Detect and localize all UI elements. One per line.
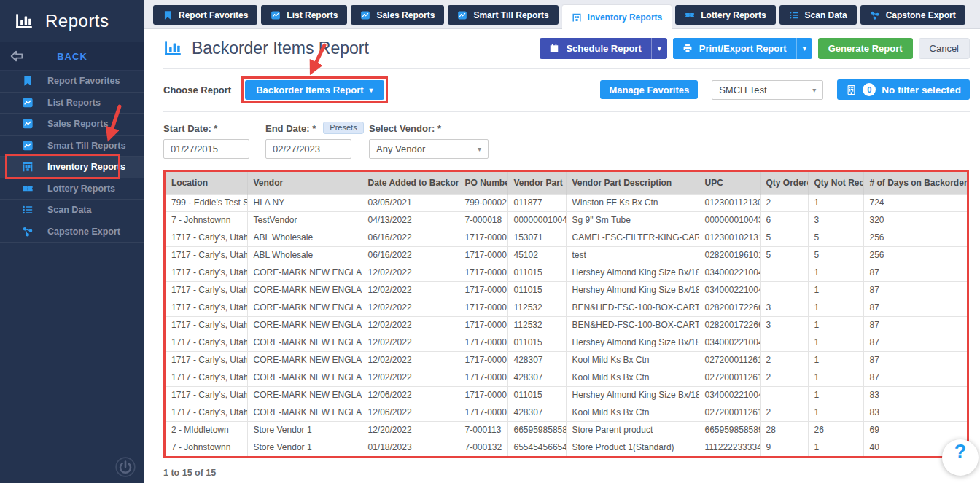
table-cell: 034000221004: [699, 281, 760, 299]
end-date-input[interactable]: [265, 139, 351, 159]
sidebar-item-list-reports[interactable]: List Reports: [0, 93, 144, 114]
table-row: 1717 - Carly's, UtahCORE-MARK NEW ENGLAN…: [166, 264, 967, 281]
sidebar-item-label: Capstone Export: [47, 227, 120, 237]
tab-inventory-reports[interactable]: Inventory Reports: [562, 5, 672, 30]
print-export-button[interactable]: Print/Export Report ▾: [673, 38, 812, 59]
sidebar-item-capstone-export[interactable]: Capstone Export: [0, 221, 144, 243]
table-cell: 028200196101: [699, 246, 760, 264]
table-cell: Hershey Almond King Size Bx/18: [566, 386, 699, 404]
sidebar-item-scan-data[interactable]: Scan Data: [0, 200, 144, 221]
table-cell: 1717-000068: [459, 264, 508, 281]
start-date-input[interactable]: [163, 139, 249, 159]
table-cell: 027200011261: [699, 404, 760, 421]
table-cell: 26: [808, 421, 863, 439]
presets-button[interactable]: Presets: [323, 122, 363, 134]
page-title: Backorder Items Report: [163, 39, 369, 58]
sidebar-item-inventory-reports[interactable]: Inventory Reports: [0, 157, 144, 178]
company-select-value: SMCH Test: [719, 85, 767, 95]
sidebar-item-label: Smart Till Reports: [47, 141, 125, 151]
start-date-label: Start Date: *: [163, 123, 217, 134]
tab-capstone-export[interactable]: Capstone Export: [860, 5, 965, 25]
table-cell: 7 - Johnstownn: [166, 439, 247, 456]
vendor-label: Select Vendor: *: [369, 123, 441, 134]
page-title-text: Backorder Items Report: [192, 39, 369, 58]
schedule-report-button[interactable]: Schedule Report ▾: [540, 38, 666, 59]
help-button[interactable]: ?: [942, 439, 979, 476]
table-cell: [760, 334, 808, 351]
table-cell: 12/02/2022: [362, 351, 459, 369]
table-cell: 1717-000053: [459, 229, 508, 246]
table-cell: CORE-MARK NEW ENGLAND: [247, 351, 362, 369]
column-header-po-number: PO Number: [459, 172, 508, 194]
tab-smart-till-reports[interactable]: Smart Till Reports: [448, 5, 558, 25]
table-cell: 12/02/2022: [362, 281, 459, 299]
table-cell: CORE-MARK NEW ENGLAND: [247, 386, 362, 404]
table-cell: 12/02/2022: [362, 334, 459, 351]
back-button[interactable]: BACK: [0, 42, 144, 71]
tab-lottery-reports[interactable]: Lottery Reports: [675, 5, 775, 25]
table-cell: 1: [808, 351, 863, 369]
column-header-location: Location: [166, 172, 247, 194]
sidebar-item-sales-reports[interactable]: Sales Reports: [0, 114, 144, 136]
table-cell: 5: [808, 229, 863, 246]
power-icon[interactable]: [115, 457, 136, 477]
table-cell: 1717-000053: [459, 246, 508, 264]
table-cell: 1717-000071: [459, 404, 508, 421]
table-row: 1717 - Carly's, UtahCORE-MARK NEW ENGLAN…: [166, 316, 967, 334]
column-header-vendor-part: Vendor Part: [508, 172, 566, 194]
table-row: 1717 - Carly's, UtahCORE-MARK NEW ENGLAN…: [166, 351, 967, 369]
table-cell: 1: [808, 386, 863, 404]
generate-report-button[interactable]: Generate Report: [818, 38, 913, 59]
table-cell: [760, 281, 808, 299]
table-cell: 034000221004: [699, 264, 760, 281]
table-cell: 12/06/2022: [362, 386, 459, 404]
filter-button[interactable]: 0 No filter selected: [837, 79, 970, 100]
table-cell: Sg 9" Sm Tube: [566, 211, 699, 229]
table-cell: 7-000018: [459, 211, 508, 229]
vendor-select-value: Any Vendor: [376, 144, 425, 154]
sidebar-item-label: Lottery Reports: [47, 184, 115, 194]
table-cell: 7 - Johnstownn: [166, 211, 247, 229]
vendor-select[interactable]: Any Vendor ▾: [369, 139, 489, 159]
inventory-icon: [22, 161, 34, 173]
end-date-label: End Date: *: [265, 123, 316, 134]
table-cell: CORE-MARK NEW ENGLAND: [247, 299, 362, 316]
sidebar-item-smart-till-reports[interactable]: Smart Till Reports: [0, 136, 144, 157]
table-cell: 45102: [508, 246, 566, 264]
sidebar-item-label: Inventory Reports: [47, 162, 125, 172]
print-dropdown-caret[interactable]: ▾: [796, 38, 812, 59]
table-row: 1717 - Carly's, UtahCORE-MARK NEW ENGLAN…: [166, 404, 967, 421]
line-chart-icon: [271, 10, 281, 20]
table-cell: 665959858589: [699, 421, 760, 439]
tab-list-reports[interactable]: List Reports: [261, 5, 347, 25]
table-cell: 724: [863, 194, 967, 211]
choose-report-label: Choose Report: [163, 85, 231, 95]
table-cell: 428307: [508, 404, 566, 421]
table-cell: ABL Wholesale: [247, 246, 362, 264]
table-cell: 1717-000070: [459, 334, 508, 351]
table-cell: test: [566, 246, 699, 264]
tab-sales-reports[interactable]: Sales Reports: [351, 5, 444, 25]
table-cell: CORE-MARK NEW ENGLAND: [247, 369, 362, 386]
table-cell: 87: [863, 316, 967, 334]
manage-favorites-button[interactable]: Manage Favorites: [600, 80, 698, 99]
divider: [163, 111, 970, 112]
table-cell: 1717-000071: [459, 386, 508, 404]
filter-button-label: No filter selected: [882, 85, 961, 95]
schedule-dropdown-caret[interactable]: ▾: [651, 38, 667, 59]
table-cell: 011877: [508, 194, 566, 211]
list-icon: [22, 204, 34, 216]
table-cell: 9: [760, 439, 808, 456]
table-cell: 1: [808, 334, 863, 351]
tab-report-favorites[interactable]: Report Favorites: [153, 5, 257, 25]
tab-label: Scan Data: [805, 10, 847, 20]
table-cell: 06/16/2022: [362, 229, 459, 246]
cancel-button[interactable]: Cancel: [919, 38, 970, 59]
report-select-button[interactable]: Backorder Items Report ▾: [245, 80, 384, 100]
table-cell: 1: [808, 264, 863, 281]
company-select[interactable]: SMCH Test ▾: [712, 80, 823, 100]
sidebar-item-report-favorites[interactable]: Report Favorites: [0, 71, 144, 93]
table-cell: [760, 264, 808, 281]
sidebar-item-lottery-reports[interactable]: Lottery Reports: [0, 178, 144, 200]
tab-scan-data[interactable]: Scan Data: [779, 5, 857, 25]
